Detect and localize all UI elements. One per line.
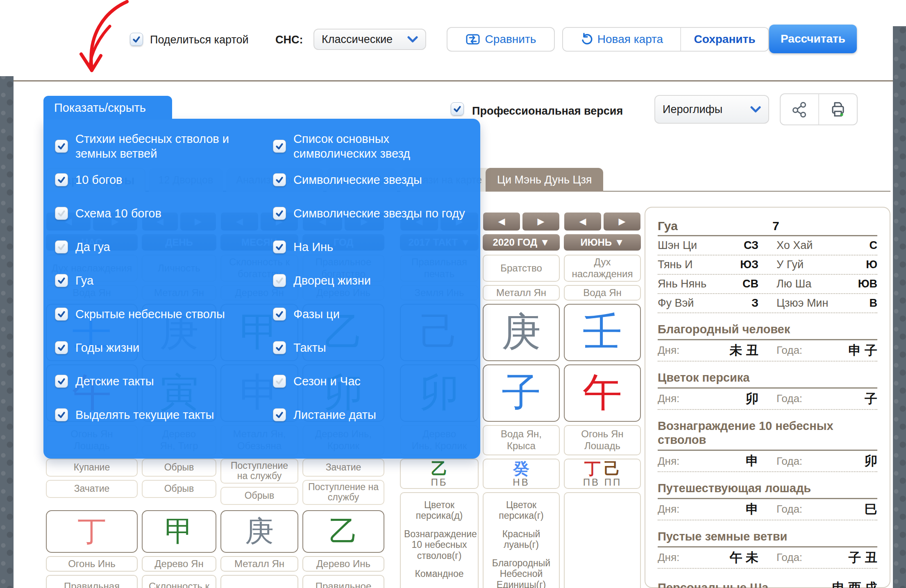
day-label: Дня: <box>658 455 679 468</box>
option-symbolic-stars-by-year[interactable]: Символические звезды по году <box>273 197 469 230</box>
directions-row: Тянь ИЮЗ У ГуйЮ <box>658 256 877 275</box>
checkbox[interactable] <box>273 375 286 388</box>
element-cell: Металл Ян <box>483 285 560 301</box>
option-ten-gods-scheme[interactable]: Схема 10 богов <box>55 197 251 230</box>
chevron-down-icon <box>750 106 761 113</box>
option-label: Выделять текущие такты <box>75 407 214 422</box>
option-qi-phases[interactable]: Фазы ци <box>273 297 469 331</box>
show-hide-panel-tab[interactable]: Показать/скрыть <box>43 96 172 120</box>
check-icon <box>57 310 66 319</box>
ten-god2-cell: Правильное богатство <box>302 575 384 588</box>
pro-version-checkbox[interactable] <box>451 102 464 115</box>
option-life-palace[interactable]: Дворец жизни <box>273 264 469 297</box>
hidden-stems-cell: 乙 ПБ <box>400 459 479 489</box>
prev-arrow-button[interactable]: ◀ <box>564 212 602 231</box>
checkbox[interactable] <box>55 408 68 421</box>
day-value: 午 未 <box>729 549 758 566</box>
hidden-stem-tag: ПБ <box>431 477 448 487</box>
top-right-corner <box>893 0 906 26</box>
option-ten-gods[interactable]: 10 богов <box>55 163 251 197</box>
option-gua[interactable]: Гуа <box>55 264 251 297</box>
branch-info-cell: Огонь Ян Лошадь <box>564 425 641 455</box>
tab-qi-men-dun-jia[interactable]: Ци Мэнь Дунь Цзя <box>486 168 603 192</box>
stem2-cell: 丁 <box>46 510 138 553</box>
check-icon <box>275 276 284 285</box>
option-symbolic-stars[interactable]: Символические звезды <box>273 163 469 197</box>
cns-dropdown[interactable]: Классические <box>313 29 426 50</box>
option-main-symbolic-stars-list[interactable]: Список основных символических звезд <box>273 129 469 163</box>
gua-row: Гуа 7 <box>658 217 877 236</box>
day-value: 申 <box>746 501 758 518</box>
checkbox[interactable] <box>55 341 68 354</box>
checkbox[interactable] <box>273 240 286 253</box>
check-icon <box>57 377 66 386</box>
year-label: Года: <box>777 455 802 468</box>
year-label: Года: <box>777 392 802 405</box>
prev-arrow-button[interactable]: ◀ <box>483 212 520 231</box>
checkbox[interactable] <box>55 240 68 253</box>
checkbox[interactable] <box>273 308 286 321</box>
checkbox[interactable] <box>55 140 68 153</box>
stage-cell: Купание <box>46 459 138 477</box>
next-arrow-button[interactable]: ▶ <box>603 212 641 231</box>
print-button[interactable] <box>819 94 857 124</box>
direction-value: З <box>752 297 758 310</box>
section-row: Дня:申 Года:卯 <box>658 451 877 472</box>
stage-cell: Поступление на службу <box>302 480 384 505</box>
option-child-takts[interactable]: Детские такты <box>55 364 251 398</box>
calculate-button[interactable]: Рассчитать <box>769 25 857 53</box>
next-arrow-button[interactable]: ▶ <box>522 212 560 231</box>
element2-cell: Дерево Инь <box>302 556 384 572</box>
stage-cell: Обрыв <box>142 480 216 498</box>
option-highlight-current-takts[interactable]: Выделять текущие такты <box>55 398 251 432</box>
branch-cell: 子 <box>483 364 560 422</box>
option-season-and-hour[interactable]: Сезон и Час <box>273 364 469 398</box>
option-label: Список основных символических звезд <box>293 131 469 161</box>
element-cell: Вода Ян <box>564 285 641 301</box>
pillar-header-2020[interactable]: 2020 ГОД ▼ <box>483 234 560 251</box>
check-icon <box>57 142 66 151</box>
checkbox[interactable] <box>55 173 68 186</box>
direction-value: ЮЗ <box>740 258 758 271</box>
year-label: Года: <box>777 551 802 564</box>
stem-char: 壬 <box>583 306 622 359</box>
option-hidden-stems[interactable]: Скрытые небесные стволы <box>55 297 251 331</box>
check-icon <box>275 343 284 352</box>
glyphs-dropdown[interactable]: Иероглифы <box>654 95 769 124</box>
hidden-stem-char: 己 <box>604 460 620 477</box>
app-window: Поделиться картой СНС: Классические Срав… <box>0 0 906 588</box>
option-da-gua[interactable]: Да гуа <box>55 230 251 264</box>
option-date-paging[interactable]: Листание даты <box>273 398 469 432</box>
option-na-yin[interactable]: На Инь <box>273 230 469 264</box>
option-takts[interactable]: Такты <box>273 331 469 364</box>
share-card-checkbox[interactable] <box>130 33 143 46</box>
new-card-button[interactable]: Новая карта <box>563 28 681 51</box>
compare-button[interactable]: Сравнить <box>447 27 555 52</box>
checkbox[interactable] <box>55 308 68 321</box>
stage-cell: Обрыв <box>220 487 298 505</box>
checkbox[interactable] <box>273 341 286 354</box>
check-icon <box>57 209 66 218</box>
direction-value: ЮВ <box>858 278 877 290</box>
element2-cell: Металл Ян <box>220 556 298 572</box>
section-title: Цветок персика <box>658 371 877 389</box>
checkbox[interactable] <box>273 207 286 220</box>
option-label: На Инь <box>293 240 333 254</box>
option-label: Листание даты <box>293 407 376 422</box>
option-stems-branches-elements[interactable]: Стихии небесных стволов и земных ветвей <box>55 129 251 163</box>
pillar-header-june[interactable]: ИЮНЬ ▼ <box>564 234 641 251</box>
save-button[interactable]: Сохранить <box>681 28 768 51</box>
checkbox[interactable] <box>273 274 286 287</box>
checkbox[interactable] <box>273 140 286 153</box>
checkbox[interactable] <box>273 408 286 421</box>
stage-cell: Зачатие <box>46 480 138 498</box>
share-button[interactable] <box>781 94 819 124</box>
card-actions-group: Новая карта Сохранить <box>562 27 769 52</box>
option-label: Символические звезды по году <box>293 206 465 221</box>
option-life-years[interactable]: Годы жизни <box>55 331 251 364</box>
checkbox[interactable] <box>55 207 68 220</box>
checkbox[interactable] <box>273 173 286 186</box>
checkbox[interactable] <box>55 375 68 388</box>
compare-icon <box>465 32 480 47</box>
checkbox[interactable] <box>55 274 68 287</box>
